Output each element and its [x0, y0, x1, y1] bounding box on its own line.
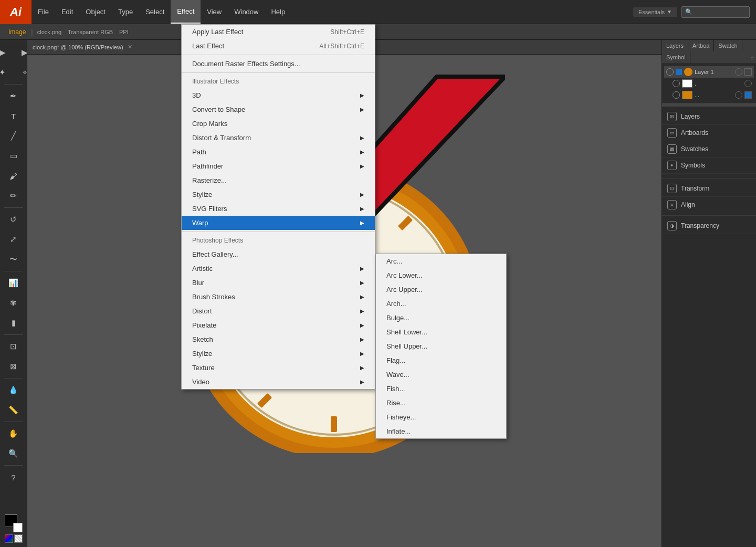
- menu-object[interactable]: Object: [79, 0, 112, 24]
- tab-artboards[interactable]: Artboa: [688, 40, 714, 51]
- measure-tool[interactable]: 📏: [3, 401, 24, 419]
- menu-document-raster[interactable]: Document Raster Effects Settings...: [182, 57, 375, 71]
- zoom-tool[interactable]: 🔍: [3, 444, 24, 463]
- menu-brush-strokes[interactable]: Brush Strokes ▶: [182, 290, 375, 304]
- panel-transparency[interactable]: ◑ Transparency: [662, 218, 756, 234]
- warp-wave[interactable]: Wave...: [376, 367, 506, 382]
- menu-pixelate[interactable]: Pixelate ▶: [182, 318, 375, 332]
- eyedropper-tool[interactable]: 💧: [3, 381, 24, 399]
- symbol-tool[interactable]: ✾: [3, 293, 24, 312]
- pen-tool[interactable]: ✒: [3, 87, 24, 106]
- menu-artistic[interactable]: Artistic ▶: [182, 261, 375, 276]
- warp-bulge[interactable]: Bulge...: [376, 311, 506, 325]
- layer3-lock[interactable]: [735, 91, 742, 99]
- menu-view[interactable]: View: [201, 0, 228, 24]
- lasso-tool[interactable]: ⌖: [14, 63, 28, 82]
- type-tool[interactable]: T: [3, 107, 24, 125]
- warp-inflate[interactable]: Inflate...: [376, 424, 506, 438]
- menu-effect[interactable]: Effect: [171, 0, 201, 24]
- warp-rise[interactable]: Rise...: [376, 396, 506, 410]
- menu-convert-to-shape[interactable]: Convert to Shape ▶: [182, 102, 375, 117]
- panel-layers[interactable]: ⊞ Layers: [662, 109, 756, 125]
- warp-arc-upper[interactable]: Arc Upper...: [376, 282, 506, 297]
- menu-warp[interactable]: Warp ▶: [182, 216, 375, 230]
- hand-tool[interactable]: ✋: [3, 424, 24, 443]
- tab-symbol[interactable]: Symbol: [662, 51, 690, 64]
- column-graph-tool[interactable]: ▮: [3, 313, 24, 332]
- menu-last-effect[interactable]: Last Effect Alt+Shift+Ctrl+E: [182, 39, 375, 53]
- panel-menu-icon[interactable]: ≡: [749, 51, 756, 64]
- menu-type[interactable]: Type: [112, 0, 139, 24]
- close-tab-icon[interactable]: ✕: [128, 44, 132, 50]
- menu-crop-marks[interactable]: Crop Marks: [182, 117, 375, 131]
- layer2-thumb: [682, 79, 692, 88]
- menu-texture[interactable]: Texture ▶: [182, 361, 375, 375]
- rotate-tool[interactable]: ↺: [3, 210, 24, 229]
- menu-rasterize[interactable]: Rasterize...: [182, 173, 375, 187]
- none-swatch[interactable]: [14, 534, 23, 543]
- scale-tool[interactable]: ⤢: [3, 230, 24, 249]
- menu-pathfinder[interactable]: Pathfinder ▶: [182, 159, 375, 173]
- pencil-tool[interactable]: ✏: [3, 186, 24, 205]
- layer-item-3[interactable]: ...: [670, 89, 754, 101]
- paintbrush-tool[interactable]: 🖌: [3, 166, 24, 185]
- slice-tool[interactable]: ⊠: [3, 357, 24, 376]
- warp-fisheye[interactable]: Fisheye...: [376, 410, 506, 424]
- menu-3d[interactable]: 3D ▶: [182, 88, 375, 102]
- warp-shell-lower[interactable]: Shell Lower...: [376, 325, 506, 339]
- menu-video[interactable]: Video ▶: [182, 375, 375, 389]
- question-tool[interactable]: ?: [3, 468, 24, 487]
- menu-edit[interactable]: Edit: [55, 0, 79, 24]
- warp-tool[interactable]: 〜: [3, 250, 24, 269]
- layer-visibility[interactable]: [666, 68, 674, 76]
- line-tool[interactable]: ╱: [3, 127, 24, 145]
- panel-artboards[interactable]: ▭ Artboards: [662, 125, 756, 141]
- artboard-tool[interactable]: ⊡: [3, 337, 24, 356]
- layer-lock[interactable]: [735, 68, 742, 76]
- layer2-visibility[interactable]: [673, 80, 680, 87]
- selection-tool[interactable]: ▶: [0, 43, 13, 62]
- menu-apply-last-effect[interactable]: Apply Last Effect Shift+Ctrl+E: [182, 25, 375, 39]
- menu-select[interactable]: Select: [139, 0, 171, 24]
- warp-arc-lower[interactable]: Arc Lower...: [376, 268, 506, 282]
- panel-transform[interactable]: ⊡ Transform: [662, 181, 756, 197]
- warp-arch[interactable]: Arch...: [376, 297, 506, 311]
- convert-arrow: ▶: [360, 107, 364, 112]
- menu-distort-transform[interactable]: Distort & Transform ▶: [182, 131, 375, 145]
- graph-tool[interactable]: 📊: [3, 274, 24, 292]
- magic-wand-tool[interactable]: ✦: [0, 63, 13, 82]
- panel-symbols[interactable]: ✦ Symbols: [662, 157, 756, 174]
- menu-window[interactable]: Window: [228, 0, 265, 24]
- stroke-swatch[interactable]: [13, 523, 23, 532]
- menu-distort[interactable]: Distort ▶: [182, 304, 375, 318]
- panel-swatches[interactable]: ▩ Swatches: [662, 141, 756, 157]
- menu-effect-gallery[interactable]: Effect Gallery...: [182, 247, 375, 261]
- panel-align[interactable]: ≡ Align: [662, 197, 756, 213]
- layer-item-1[interactable]: Layer 1: [664, 66, 754, 78]
- search-input[interactable]: 🔍: [685, 8, 692, 15]
- panel-symbols-label: Symbols: [681, 162, 705, 169]
- menu-file[interactable]: File: [32, 0, 55, 24]
- layer3-visibility[interactable]: [673, 91, 680, 99]
- warp-shell-upper[interactable]: Shell Upper...: [376, 339, 506, 353]
- canvas-tab[interactable]: clock.png* @ 100% (RGB/Preview): [33, 44, 123, 50]
- layer-expand[interactable]: [684, 68, 692, 76]
- image-breadcrumb[interactable]: Image: [4, 28, 30, 36]
- tab-swatch[interactable]: Swatch: [714, 40, 742, 51]
- menu-sketch[interactable]: Sketch ▶: [182, 332, 375, 346]
- color-mode[interactable]: [5, 534, 13, 543]
- direct-selection-tool[interactable]: ▶: [14, 43, 28, 62]
- menu-stylize-illus[interactable]: Stylize ▶: [182, 187, 375, 202]
- rect-tool[interactable]: ▭: [3, 146, 24, 165]
- layer2-lock[interactable]: [744, 80, 752, 87]
- menu-blur[interactable]: Blur ▶: [182, 276, 375, 290]
- warp-fish[interactable]: Fish...: [376, 382, 506, 396]
- warp-flag[interactable]: Flag...: [376, 353, 506, 367]
- menu-svg-filters[interactable]: SVG Filters ▶: [182, 202, 375, 216]
- menu-help[interactable]: Help: [265, 0, 291, 24]
- menu-stylize-ps[interactable]: Stylize ▶: [182, 346, 375, 361]
- tab-layers[interactable]: Layers: [662, 40, 688, 51]
- warp-arc[interactable]: Arc...: [376, 254, 506, 268]
- layer-item-2[interactable]: .: [670, 78, 754, 89]
- menu-path[interactable]: Path ▶: [182, 145, 375, 159]
